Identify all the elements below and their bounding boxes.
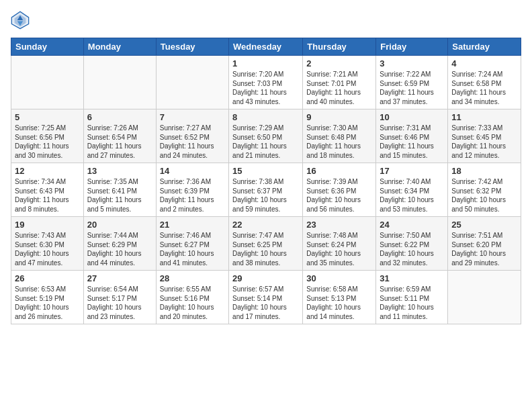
day-info: Sunrise: 7:20 AM Sunset: 7:03 PM Dayligh…: [232, 70, 299, 106]
day-info: Sunrise: 7:43 AM Sunset: 6:30 PM Dayligh…: [15, 231, 80, 267]
day-number: 8: [232, 112, 299, 122]
day-info: Sunrise: 7:34 AM Sunset: 6:43 PM Dayligh…: [15, 177, 80, 214]
day-number: 5: [15, 112, 80, 122]
weekday-header-thursday: Thursday: [303, 38, 376, 56]
calendar-cell: 8Sunrise: 7:29 AM Sunset: 6:50 PM Daylig…: [229, 109, 303, 163]
day-number: 26: [15, 273, 80, 283]
calendar-cell: 5Sunrise: 7:25 AM Sunset: 6:56 PM Daylig…: [11, 109, 84, 163]
day-info: Sunrise: 7:31 AM Sunset: 6:46 PM Dayligh…: [380, 124, 444, 160]
day-number: 31: [380, 273, 444, 283]
day-number: 18: [451, 166, 517, 176]
weekday-header-wednesday: Wednesday: [229, 38, 303, 56]
calendar-week-4: 19Sunrise: 7:43 AM Sunset: 6:30 PM Dayli…: [11, 217, 521, 271]
calendar-cell: 19Sunrise: 7:43 AM Sunset: 6:30 PM Dayli…: [11, 217, 84, 271]
weekday-header-tuesday: Tuesday: [156, 38, 228, 56]
calendar-cell: 21Sunrise: 7:46 AM Sunset: 6:27 PM Dayli…: [156, 217, 228, 271]
day-info: Sunrise: 6:53 AM Sunset: 5:19 PM Dayligh…: [15, 285, 80, 321]
calendar-cell: [11, 56, 84, 109]
weekday-header-sunday: Sunday: [11, 38, 84, 56]
calendar-cell: 13Sunrise: 7:35 AM Sunset: 6:41 PM Dayli…: [83, 163, 156, 217]
calendar-cell: 2Sunrise: 7:21 AM Sunset: 7:01 PM Daylig…: [303, 56, 376, 109]
day-info: Sunrise: 7:48 AM Sunset: 6:24 PM Dayligh…: [306, 231, 372, 267]
calendar-cell: 10Sunrise: 7:31 AM Sunset: 6:46 PM Dayli…: [376, 109, 448, 163]
day-number: 2: [306, 58, 372, 68]
page-header: [11, 11, 521, 30]
day-number: 29: [232, 273, 299, 283]
day-number: 13: [87, 166, 152, 176]
calendar-cell: [448, 271, 521, 324]
day-number: 6: [87, 112, 152, 122]
calendar-cell: 1Sunrise: 7:20 AM Sunset: 7:03 PM Daylig…: [229, 56, 303, 109]
day-info: Sunrise: 6:54 AM Sunset: 5:17 PM Dayligh…: [87, 285, 152, 321]
day-info: Sunrise: 7:50 AM Sunset: 6:22 PM Dayligh…: [380, 231, 444, 267]
day-info: Sunrise: 7:47 AM Sunset: 6:25 PM Dayligh…: [232, 231, 299, 267]
weekday-header-saturday: Saturday: [448, 38, 521, 56]
day-info: Sunrise: 7:42 AM Sunset: 6:32 PM Dayligh…: [451, 177, 517, 214]
day-info: Sunrise: 7:40 AM Sunset: 6:34 PM Dayligh…: [380, 177, 444, 214]
day-info: Sunrise: 6:59 AM Sunset: 5:11 PM Dayligh…: [380, 285, 444, 321]
calendar-week-5: 26Sunrise: 6:53 AM Sunset: 5:19 PM Dayli…: [11, 271, 521, 324]
calendar-cell: 27Sunrise: 6:54 AM Sunset: 5:17 PM Dayli…: [83, 271, 156, 324]
calendar-cell: 14Sunrise: 7:36 AM Sunset: 6:39 PM Dayli…: [156, 163, 228, 217]
day-info: Sunrise: 7:44 AM Sunset: 6:29 PM Dayligh…: [87, 231, 152, 267]
calendar-cell: 29Sunrise: 6:57 AM Sunset: 5:14 PM Dayli…: [229, 271, 303, 324]
day-info: Sunrise: 7:26 AM Sunset: 6:54 PM Dayligh…: [87, 124, 152, 160]
calendar-cell: 22Sunrise: 7:47 AM Sunset: 6:25 PM Dayli…: [229, 217, 303, 271]
day-number: 7: [160, 112, 225, 122]
day-number: 12: [15, 166, 80, 176]
calendar-cell: 18Sunrise: 7:42 AM Sunset: 6:32 PM Dayli…: [448, 163, 521, 217]
calendar-cell: 7Sunrise: 7:27 AM Sunset: 6:52 PM Daylig…: [156, 109, 228, 163]
day-info: Sunrise: 7:25 AM Sunset: 6:56 PM Dayligh…: [15, 124, 80, 160]
calendar-cell: 6Sunrise: 7:26 AM Sunset: 6:54 PM Daylig…: [83, 109, 156, 163]
calendar-cell: 11Sunrise: 7:33 AM Sunset: 6:45 PM Dayli…: [448, 109, 521, 163]
day-number: 11: [451, 112, 517, 122]
day-number: 16: [306, 166, 372, 176]
day-info: Sunrise: 6:55 AM Sunset: 5:16 PM Dayligh…: [160, 285, 225, 321]
day-info: Sunrise: 7:35 AM Sunset: 6:41 PM Dayligh…: [87, 177, 152, 214]
calendar-cell: 25Sunrise: 7:51 AM Sunset: 6:20 PM Dayli…: [448, 217, 521, 271]
day-info: Sunrise: 6:57 AM Sunset: 5:14 PM Dayligh…: [232, 285, 299, 321]
day-info: Sunrise: 7:22 AM Sunset: 6:59 PM Dayligh…: [380, 70, 444, 106]
calendar-week-1: 1Sunrise: 7:20 AM Sunset: 7:03 PM Daylig…: [11, 56, 521, 109]
day-info: Sunrise: 7:27 AM Sunset: 6:52 PM Dayligh…: [160, 124, 225, 160]
day-info: Sunrise: 7:30 AM Sunset: 6:48 PM Dayligh…: [306, 124, 372, 160]
calendar-cell: [83, 56, 156, 109]
day-number: 4: [451, 58, 517, 68]
calendar-week-3: 12Sunrise: 7:34 AM Sunset: 6:43 PM Dayli…: [11, 163, 521, 217]
day-number: 20: [87, 220, 152, 230]
calendar-cell: 3Sunrise: 7:22 AM Sunset: 6:59 PM Daylig…: [376, 56, 448, 109]
day-number: 27: [87, 273, 152, 283]
calendar-cell: 26Sunrise: 6:53 AM Sunset: 5:19 PM Dayli…: [11, 271, 84, 324]
calendar-cell: 24Sunrise: 7:50 AM Sunset: 6:22 PM Dayli…: [376, 217, 448, 271]
calendar-cell: 15Sunrise: 7:38 AM Sunset: 6:37 PM Dayli…: [229, 163, 303, 217]
weekday-header-monday: Monday: [83, 38, 156, 56]
calendar-cell: 23Sunrise: 7:48 AM Sunset: 6:24 PM Dayli…: [303, 217, 376, 271]
day-info: Sunrise: 7:29 AM Sunset: 6:50 PM Dayligh…: [232, 124, 299, 160]
day-number: 1: [232, 58, 299, 68]
day-number: 22: [232, 220, 299, 230]
day-number: 17: [380, 166, 444, 176]
day-number: 21: [160, 220, 225, 230]
calendar-week-2: 5Sunrise: 7:25 AM Sunset: 6:56 PM Daylig…: [11, 109, 521, 163]
calendar-cell: 30Sunrise: 6:58 AM Sunset: 5:13 PM Dayli…: [303, 271, 376, 324]
day-number: 25: [451, 220, 517, 230]
day-info: Sunrise: 7:39 AM Sunset: 6:36 PM Dayligh…: [306, 177, 372, 214]
calendar-cell: 28Sunrise: 6:55 AM Sunset: 5:16 PM Dayli…: [156, 271, 228, 324]
calendar-cell: 9Sunrise: 7:30 AM Sunset: 6:48 PM Daylig…: [303, 109, 376, 163]
day-number: 14: [160, 166, 225, 176]
day-number: 23: [306, 220, 372, 230]
day-number: 30: [306, 273, 372, 283]
day-info: Sunrise: 7:33 AM Sunset: 6:45 PM Dayligh…: [451, 124, 517, 160]
weekday-header-friday: Friday: [376, 38, 448, 56]
calendar-cell: 20Sunrise: 7:44 AM Sunset: 6:29 PM Dayli…: [83, 217, 156, 271]
day-number: 9: [306, 112, 372, 122]
day-info: Sunrise: 7:36 AM Sunset: 6:39 PM Dayligh…: [160, 177, 225, 214]
day-number: 28: [160, 273, 225, 283]
day-number: 10: [380, 112, 444, 122]
calendar-cell: 31Sunrise: 6:59 AM Sunset: 5:11 PM Dayli…: [376, 271, 448, 324]
day-number: 24: [380, 220, 444, 230]
day-number: 3: [380, 58, 444, 68]
calendar-cell: [156, 56, 228, 109]
logo: [11, 11, 32, 30]
day-number: 19: [15, 220, 80, 230]
